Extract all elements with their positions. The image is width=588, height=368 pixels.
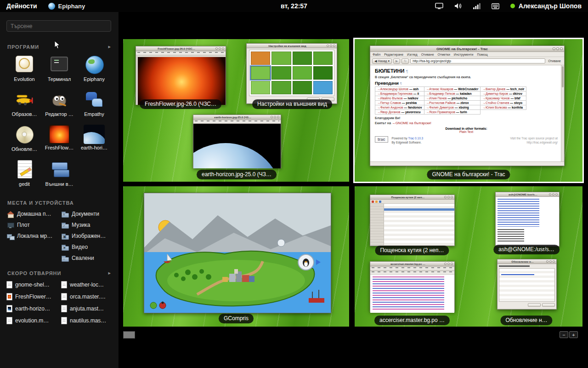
address-bar: http://fsa-bg.org/project/gtp [410,58,545,63]
window-gedit-po-file[interactable]: accerciser.master.bg.po … [370,261,455,312]
selected-message-row [384,208,454,211]
window-titlebar: GNOME на български! - Trac [370,46,564,52]
pictures-folder-icon: ▣ [61,232,69,240]
window-gcompris[interactable] [144,193,331,313]
app-menu[interactable]: Epiphany [48,3,85,10]
window-terminal[interactable]: ash@GNOME:/usr/s… [495,192,560,247]
app-tile-freshflower[interactable]: FreshFlow… [42,123,77,158]
gcompris-plane-icon [13,88,35,110]
recent-header-label: СКОРО ОТВАРЯНИ [7,270,61,276]
keyboard-layout-icon[interactable] [492,3,499,9]
activities-button[interactable]: Дейности [0,0,44,12]
epiphany-app-icon [48,3,55,10]
place-label: Изображен… [72,233,106,239]
window-update-manager[interactable]: Обновление н… [497,259,557,310]
place-item-network[interactable]: Локална мр… [6,230,57,242]
recent-item[interactable]: earth-horizo… [6,303,57,315]
window-buttons [215,47,224,50]
document-icon [61,293,67,300]
app-tile-updates[interactable]: Обновле… [7,123,42,158]
recent-item[interactable]: gnome-shel… [6,279,57,291]
recent-list: gnome-shel… FreshFlower… earth-horizo… e… [0,276,119,327]
app-tile-gedit[interactable]: gedit [7,158,42,193]
table-row: →Явор Доганов— yavorescu →Ясен Праматаро… [375,110,526,115]
places-list: Домашна п… Плот Локална мр… ≡ Документи … [0,206,119,264]
place-item-desktop[interactable]: Плот [6,219,57,230]
search-input[interactable] [6,20,111,32]
recent-label: gnome-shel… [15,282,50,288]
app-tile-gcompris[interactable]: Образов… [7,88,42,123]
workspace-1[interactable]: FreshFlower.jpg-26.0 (ЧЗС… Настройки на … [123,39,349,182]
window-title: Обновление н… [499,260,546,263]
network-signal-icon[interactable] [473,3,481,9]
window-freshflower-gimp[interactable]: FreshFlower.jpg-26.0 (ЧЗС… [136,46,226,105]
app-tile-evolution[interactable]: Evolution [7,53,42,88]
powered-by: Powered by Trac 0.10.3 By Edgewall Softw… [392,136,424,144]
window-earth-horizon[interactable]: earth-horizon.jpg-25.0 (ЧЗ… [193,115,281,168]
display-icon[interactable] [435,3,443,9]
back-button: ◀ Назад ▾ [372,58,392,64]
app-label: Външни в… [45,181,73,187]
appearance-body [247,48,337,103]
mouse-cursor-icon [54,40,60,49]
window-title: FreshFlower.jpg-26.0 (ЧЗС… [137,47,215,50]
window-caption: FreshFlower.jpg-26.0 (ЧЗС… [140,99,221,109]
app-tile-terminal[interactable]: Терминал [42,53,77,88]
recent-section-header: СКОРО ОТВАРЯНИ ▸ [7,270,111,276]
place-item-home[interactable]: Домашна п… [6,208,57,219]
app-label: FreshFlow… [45,145,74,150]
recent-item[interactable]: weather-loc… [61,279,112,291]
app-tile-external-drives[interactable]: Външни в… [42,158,77,193]
app-label: Обновле… [11,146,37,152]
workspace-4[interactable]: Пощенска кутия (2 неп… ash@GNOME:/usr/s… [355,186,582,327]
place-item-music[interactable]: ♪ Музика [61,219,112,230]
scrollbar[interactable] [561,65,564,161]
programs-expand-icon[interactable]: ▸ [108,44,111,50]
forward-button: ▶ [393,58,400,64]
window-evolution-mail[interactable]: Пощенска кутия (2 неп… [370,195,455,246]
place-item-downloads[interactable]: ↓ Свалени [61,253,112,264]
app-tile-earth-horizon[interactable]: earth-hori… [77,123,112,158]
window-trac-browser[interactable]: GNOME на български! - Trac Файл Редактир… [370,46,565,166]
app-tile-epiphany[interactable]: Epiphany [77,53,112,88]
user-menu[interactable]: Александър Шопов [510,2,582,10]
volume-icon[interactable] [454,3,462,9]
gcompris-game-scene [144,193,331,313]
browser-menu-bar: Файл Редактиране Изглед Отиване Отметки … [370,52,564,57]
workspace-2-active[interactable]: GNOME на български! - Trac Файл Редактир… [353,38,584,183]
recent-item[interactable]: evolution.m… [6,315,57,327]
terminal-icon [48,53,70,75]
place-label: Свалени [72,255,94,261]
recent-expand-icon[interactable]: ▸ [108,270,111,276]
window-title: Настройки на външния вид [248,45,327,47]
recent-item[interactable]: FreshFlower… [6,291,57,303]
place-item-documents[interactable]: ≡ Документи [61,208,112,219]
recent-item[interactable]: nautilus.mas… [61,315,112,327]
workspace-3[interactable]: GCompris [123,186,349,327]
software-updates-icon [13,123,35,145]
remove-workspace-button[interactable]: − [560,331,568,338]
window-caption: Пощенска кутия (2 неп… [375,246,449,255]
videos-folder-icon: ► [61,243,69,251]
clock[interactable]: вт, 22:57 [281,2,307,10]
place-label: Локална мр… [17,233,52,239]
recent-item[interactable]: anjuta.mast… [61,303,112,315]
app-tile-empathy[interactable]: Empathy [77,88,112,123]
document-icon [6,317,12,324]
window-caption: accerciser.master.bg.po … [374,316,450,325]
place-item-videos[interactable]: ► Видео [61,242,112,253]
workspace-drag-handle[interactable] [123,331,135,339]
dialog-buttons [499,303,555,307]
app-tile-gimp[interactable]: Редактор … [42,88,77,123]
app-label: gedit [19,181,30,187]
recent-item[interactable]: orca.master.… [61,291,112,303]
place-item-pictures[interactable]: ▣ Изображен… [61,230,112,242]
status-area: Александър Шопов [435,2,588,10]
terminal-output [496,197,559,246]
recent-label: weather-loc… [70,282,104,288]
window-title: GNOME на български! - Trac [372,47,553,51]
window-appearance-settings[interactable]: Настройки на външния вид [246,43,337,104]
window-titlebar: accerciser.master.bg.po … [370,262,454,266]
image-file-icon [6,305,12,312]
add-workspace-button[interactable]: + [569,331,578,338]
